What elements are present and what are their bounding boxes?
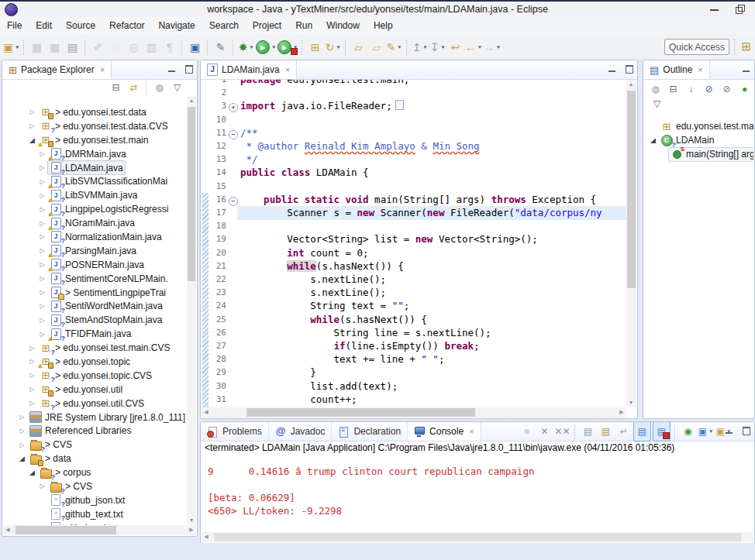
hide-non-public-icon[interactable]: ●	[736, 80, 753, 98]
code-line[interactable]: 24 String text = "";	[202, 299, 626, 312]
scroll-right-icon[interactable]: ▶	[617, 407, 626, 417]
clean-icon[interactable]: ◌	[108, 38, 124, 57]
tree-item[interactable]: ⊞edu.yonsei.test.main	[644, 119, 753, 133]
minimize-view-button[interactable]	[167, 65, 176, 73]
tree-item[interactable]: ▷J?SentiWordNetMain.java	[3, 299, 186, 313]
tree-item[interactable]: ▷⊞?> edu.yonsei.test.data.CVS	[3, 119, 186, 133]
toggle-highlight-icon[interactable]: ✎▼	[386, 38, 402, 57]
expand-arrow-icon[interactable]: ▷	[27, 345, 37, 352]
code-line[interactable]: 29 }	[202, 366, 626, 379]
fold-plus-icon[interactable]: +	[229, 103, 238, 112]
console-tab-javadoc[interactable]: Javadoc	[269, 422, 333, 441]
expand-arrow-icon[interactable]: ▷	[37, 331, 47, 338]
tree-item[interactable]: Smain(String[] args)	[644, 147, 753, 161]
collapse-all-icon[interactable]: ⊟	[108, 78, 124, 97]
pe-hscroll-thumb[interactable]	[16, 526, 116, 534]
sort-icon[interactable]: ↓	[683, 80, 699, 98]
expand-arrow-icon[interactable]: ▷	[27, 386, 37, 393]
dropdown-arrow-icon[interactable]: ▼	[397, 45, 402, 50]
expand-arrow-icon[interactable]: ▷	[37, 192, 47, 199]
menu-window[interactable]: Window	[319, 17, 367, 34]
package-explorer-tab[interactable]: ⊞ Package Explorer ×	[2, 60, 112, 79]
menu-search[interactable]: Search	[202, 17, 246, 34]
tree-item[interactable]: ◢⊞▲> edu.yonsei.test.main	[3, 133, 186, 147]
fold-minus-icon[interactable]: −	[229, 130, 238, 139]
format-icon[interactable]: ¶	[161, 38, 178, 57]
code-line[interactable]: 20 int count = 0;	[202, 246, 626, 259]
expand-arrow-icon[interactable]: ▷	[37, 483, 47, 490]
save-all-icon[interactable]: ▦	[47, 38, 63, 57]
code-line[interactable]: 19 Vector<String> list = new Vector<Stri…	[202, 232, 626, 246]
editor-hscroll-thumb[interactable]	[246, 408, 475, 417]
tree-item[interactable]: ▷J> SentimentLingpipeTrai	[3, 286, 186, 300]
code-line[interactable]: 27 if(line.isEmpty()) break;	[202, 339, 626, 352]
tree-item[interactable]: ▷?> CVS	[3, 438, 186, 452]
expand-arrow-icon[interactable]: ▷	[37, 289, 47, 296]
expand-arrow-icon[interactable]: ▷	[37, 150, 47, 157]
next-annotation-icon[interactable]: ↧▼	[429, 38, 446, 57]
tree-item[interactable]: ▷⊞> edu.yonsei.util	[3, 383, 186, 397]
remove-launch-icon[interactable]: ✕	[536, 422, 553, 441]
expand-arrow-icon[interactable]: ◢	[648, 136, 658, 144]
code-line[interactable]: 12 * @author Reinald Kim Amplayo & Min S…	[202, 139, 626, 153]
tree-item[interactable]: ▷J▲?TFIDFMain.java	[3, 327, 186, 341]
new-java-project-icon[interactable]: ⊞	[307, 38, 323, 57]
record-icon[interactable]: ◎	[126, 38, 142, 57]
dropdown-arrow-icon[interactable]: ▼	[440, 45, 445, 50]
expand-arrow-icon[interactable]: ▷	[17, 414, 27, 421]
forward-icon[interactable]: →▼	[484, 38, 501, 57]
tree-item[interactable]: ≡?github_json.txt	[3, 493, 186, 507]
console-tab-problems[interactable]: Problems	[201, 422, 269, 441]
tree-item[interactable]: ▷⊞?> edu.yonsei.util.CVS	[3, 397, 186, 411]
menu-run[interactable]: Run	[288, 17, 319, 34]
outline-tab[interactable]: ▤ Outline ×	[643, 60, 710, 79]
remove-all-terminated-icon[interactable]: ✕✕	[554, 422, 571, 441]
code-line[interactable]: 25 while(s.hasNext()) {	[202, 313, 626, 326]
code-line[interactable]: 22 s.nextLine();	[202, 273, 626, 286]
expand-arrow-icon[interactable]: ▷	[37, 233, 47, 240]
console-output[interactable]: 9 0.14616 â trump clinton court republic…	[202, 455, 753, 532]
tree-item[interactable]: ▷⊞▲> edu.yonsei.topic	[3, 355, 186, 369]
editor-horizontal-scrollbar[interactable]: ◀ ▶	[202, 407, 626, 417]
scroll-lock-icon[interactable]: ▤	[598, 422, 614, 441]
tree-item[interactable]: ▷J?LDAMain.java	[3, 161, 186, 175]
tree-item[interactable]: ◢C?LDAMain	[644, 133, 753, 147]
expand-arrow-icon[interactable]: ▷	[37, 275, 47, 282]
terminate-icon[interactable]: ■	[519, 422, 535, 441]
editor-tab-ldamain[interactable]: J LDAMain.java ×	[201, 60, 297, 79]
code-line[interactable]: 17 Scanner s = new Scanner(new FileReade…	[202, 206, 626, 219]
scroll-left-icon[interactable]: ◀	[202, 407, 211, 417]
restore-window-button[interactable]	[736, 5, 744, 13]
quick-access-box[interactable]: Quick Access	[664, 39, 729, 55]
expand-arrow-icon[interactable]: ▷	[37, 261, 47, 268]
code-line[interactable]: 13 */	[202, 153, 626, 166]
tree-item[interactable]: ▷J▲?POSNERMain.java	[3, 258, 186, 272]
expand-arrow-icon[interactable]: ▷	[37, 220, 47, 227]
link-with-editor-icon[interactable]: ⇄	[126, 78, 142, 97]
print-icon[interactable]: ▤	[64, 38, 81, 57]
hide-fields-icon[interactable]: ⊘	[701, 80, 717, 98]
menu-edit[interactable]: Edit	[29, 17, 59, 34]
open-type-icon[interactable]: ▱	[350, 38, 367, 57]
tree-item[interactable]: ◢> data	[3, 452, 186, 466]
fold-marker-icon[interactable]: −	[229, 194, 239, 206]
expand-arrow-icon[interactable]: ◢	[17, 455, 27, 462]
code-line[interactable]: 14public class LDAMain {	[202, 166, 626, 179]
open-console-view-icon[interactable]: ▣	[187, 38, 203, 57]
editor-vertical-scrollbar[interactable]: ▲ ▼	[626, 80, 636, 407]
fold-marker-icon[interactable]: −	[229, 128, 239, 139]
minimize-view-button[interactable]	[725, 427, 733, 435]
expand-arrow-icon[interactable]: ◢	[27, 136, 37, 144]
code-line[interactable]: 23 s.nextLine();	[202, 286, 626, 299]
expand-arrow-icon[interactable]: ▷	[37, 247, 47, 254]
editor-vscroll-thumb[interactable]	[627, 91, 636, 288]
code-line[interactable]: 21 while(s.hasNext()) {	[202, 259, 626, 273]
scroll-up-icon[interactable]: ▲	[187, 96, 196, 105]
console-display-icon[interactable]: ▣▼	[698, 422, 714, 441]
tree-item[interactable]: ▷J▲?NGramMain.java	[3, 216, 186, 230]
code-line[interactable]: 15	[202, 180, 626, 193]
menu-project[interactable]: Project	[246, 17, 288, 34]
show-stdout-icon[interactable]: ▤	[633, 421, 651, 441]
scroll-down-icon[interactable]: ▼	[187, 516, 196, 525]
expand-arrow-icon[interactable]: ▷	[27, 358, 37, 365]
